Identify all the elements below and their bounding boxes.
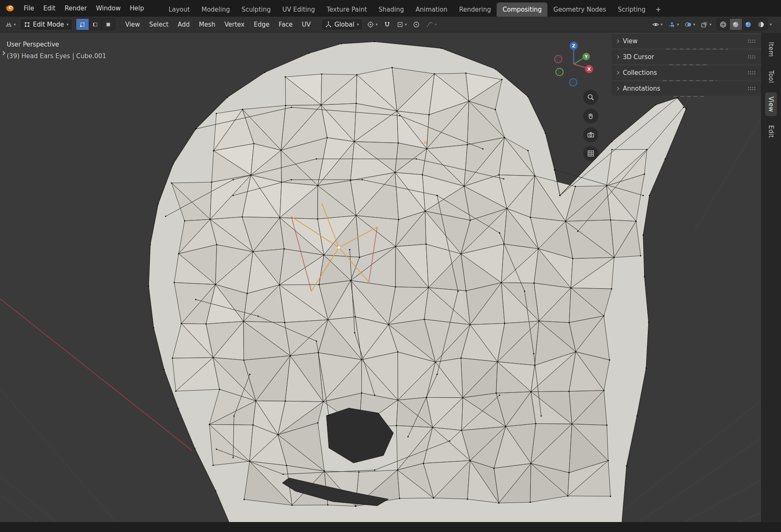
- workspace-tab-scripting[interactable]: Scripting: [612, 2, 652, 17]
- eye-icon: [652, 21, 659, 28]
- proportional-circle-icon: [413, 21, 420, 28]
- workspace-tab-compositing[interactable]: Compositing: [497, 2, 547, 17]
- workspace-tab-uv-editing[interactable]: UV Editing: [276, 2, 321, 17]
- menu-mesh[interactable]: Mesh: [195, 19, 220, 30]
- select-mode-face-button[interactable]: [102, 19, 115, 30]
- menu-face[interactable]: Face: [274, 19, 297, 30]
- panel-collections[interactable]: Collections: [612, 66, 761, 80]
- material-sphere-icon: [744, 21, 752, 28]
- add-workspace-button[interactable]: +: [652, 2, 665, 17]
- shading-dropdown[interactable]: ▾: [770, 22, 772, 27]
- menu-window[interactable]: Window: [92, 2, 125, 14]
- menu-uv[interactable]: UV: [298, 19, 315, 30]
- rendered-sphere-icon: [757, 21, 765, 28]
- mode-selector-dropdown[interactable]: Edit Mode ▾: [20, 19, 72, 30]
- pivot-point-dropdown[interactable]: ▾: [365, 19, 379, 30]
- drag-grip-icon[interactable]: [747, 70, 756, 75]
- edge-select-icon: [92, 21, 99, 28]
- wireframe-sphere-icon: [719, 21, 727, 28]
- select-mode-vertex-button[interactable]: [76, 19, 89, 30]
- panel-annotations-label: Annotations: [623, 85, 660, 92]
- editor-type-button[interactable]: ▾: [3, 19, 17, 30]
- gizmo-neg-y-axis[interactable]: [556, 68, 563, 76]
- camera-view-button[interactable]: [583, 127, 598, 142]
- gizmo-neg-z-axis[interactable]: [570, 79, 577, 86]
- menu-view[interactable]: View: [121, 19, 144, 30]
- drag-grip-icon[interactable]: [747, 86, 756, 91]
- pan-button[interactable]: [583, 109, 598, 124]
- chevron-down-icon: ▾: [693, 22, 695, 27]
- shading-material-button[interactable]: [742, 19, 755, 30]
- panel-3d-cursor[interactable]: 3D Cursor: [612, 50, 761, 64]
- status-bar: [0, 522, 781, 532]
- menu-select[interactable]: Select: [145, 19, 172, 30]
- xray-toggle[interactable]: ▾: [699, 19, 713, 30]
- gizmo-y-label: Y: [584, 54, 588, 59]
- transform-orientation-dropdown[interactable]: Global ▾: [321, 19, 363, 30]
- snap-toggle[interactable]: [382, 19, 393, 30]
- select-mode-edge-button[interactable]: [89, 19, 102, 30]
- chevron-down-icon: ▾: [376, 22, 378, 27]
- chevron-right-icon: [616, 87, 619, 90]
- menu-add[interactable]: Add: [174, 19, 194, 30]
- magnifier-icon: [587, 93, 595, 101]
- workspace-tab-modeling[interactable]: Modeling: [196, 2, 236, 17]
- camera-icon: [587, 131, 595, 139]
- grid-icon: [587, 149, 595, 158]
- workspace-tab-geometry-nodes[interactable]: Geometry Nodes: [547, 2, 612, 17]
- solid-sphere-icon: [732, 21, 739, 28]
- workspace-tab-animation[interactable]: Animation: [410, 2, 453, 17]
- chevron-right-icon: [616, 71, 619, 74]
- sidebar-tab-edit[interactable]: Edit: [765, 121, 777, 142]
- chevron-down-icon: ▾: [405, 22, 407, 27]
- gizmo-z-label: Z: [572, 43, 575, 49]
- shading-wireframe-button[interactable]: [717, 19, 730, 30]
- gizmo-neg-x-axis[interactable]: [555, 55, 562, 63]
- chevron-down-icon: ▾: [357, 22, 359, 27]
- panel-view[interactable]: View: [612, 34, 761, 48]
- perspective-toggle-button[interactable]: [583, 146, 598, 161]
- select-mode-group: [76, 18, 115, 30]
- chevron-down-icon: ▾: [67, 22, 69, 27]
- shading-solid-button[interactable]: [730, 19, 742, 30]
- workspace-tab-texture-paint[interactable]: Texture Paint: [321, 2, 373, 17]
- gizmos-dropdown[interactable]: ▾: [667, 19, 681, 30]
- sidebar-tab-tool[interactable]: Tool: [765, 66, 777, 87]
- menu-help[interactable]: Help: [125, 2, 149, 14]
- mode-label: Edit Mode: [33, 21, 64, 28]
- visibility-dropdown[interactable]: ▾: [650, 19, 664, 30]
- proportional-falloff-dropdown[interactable]: ▾: [424, 19, 438, 30]
- drag-grip-icon[interactable]: [747, 54, 756, 59]
- viewport-header-right: ▾ ▾ ▾ ▾: [650, 18, 778, 30]
- blender-logo-icon[interactable]: [4, 4, 17, 13]
- proportional-editing-toggle[interactable]: [411, 19, 422, 30]
- topbar: File Edit Render Window Help Layout Mode…: [0, 0, 781, 17]
- panel-annotations[interactable]: Annotations: [612, 82, 761, 96]
- menu-file[interactable]: File: [19, 2, 39, 14]
- xray-icon: [701, 21, 708, 28]
- magnet-icon: [383, 21, 391, 28]
- sidebar-tab-item[interactable]: Item: [765, 38, 777, 61]
- toolbar-expand-icon[interactable]: [2, 48, 5, 56]
- overlays-icon: [684, 21, 692, 28]
- menu-edit[interactable]: Edit: [39, 2, 60, 14]
- chevron-down-icon: ▾: [435, 22, 437, 27]
- zoom-button[interactable]: [583, 90, 598, 105]
- workspace-tab-sculpting[interactable]: Sculpting: [236, 2, 276, 17]
- menu-vertex[interactable]: Vertex: [220, 19, 249, 30]
- sidebar-tab-view[interactable]: View: [765, 92, 777, 116]
- menu-render[interactable]: Render: [60, 2, 91, 14]
- workspace-tab-shading[interactable]: Shading: [373, 2, 410, 17]
- editor-3d-viewport-icon: [5, 21, 12, 28]
- navigation-gizmo[interactable]: Z Y X: [548, 38, 599, 90]
- workspace-tab-layout[interactable]: Layout: [163, 2, 196, 17]
- drag-grip-icon[interactable]: [747, 39, 756, 44]
- chevron-down-icon: ▾: [709, 22, 711, 27]
- gizmo-x-label: X: [587, 67, 591, 72]
- snap-settings-dropdown[interactable]: ▾: [395, 19, 408, 30]
- shading-rendered-button[interactable]: [755, 19, 767, 30]
- overlays-dropdown[interactable]: ▾: [683, 19, 697, 30]
- menu-edge[interactable]: Edge: [249, 19, 274, 30]
- workspace-tab-rendering[interactable]: Rendering: [453, 2, 497, 17]
- chevron-down-icon: ▾: [677, 22, 679, 27]
